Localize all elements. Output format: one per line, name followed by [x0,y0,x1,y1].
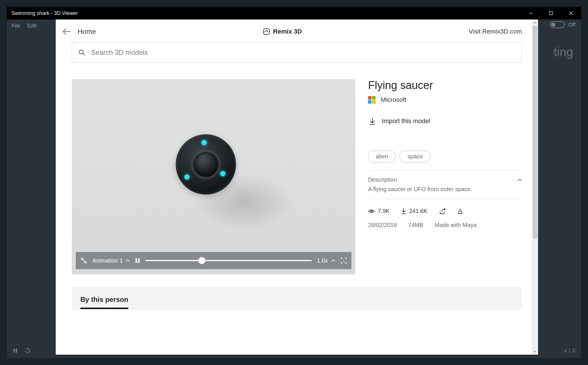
back-button[interactable]: Home [63,28,96,36]
animation-select[interactable]: Animation 1 [92,257,130,264]
toggle-icon [550,21,565,28]
scroll-thumb[interactable] [533,26,537,239]
search-box[interactable] [72,42,522,63]
minimize-button[interactable] [521,7,541,20]
window-controls [521,7,581,20]
views-stat: 7.9K [368,208,390,214]
background-partial-text: ting [554,45,573,59]
brand: Remix 3D [96,28,469,35]
svg-rect-12 [136,258,137,263]
author-name: Microsoft [381,96,406,104]
meta-made-with: Made with Maya [435,222,477,228]
animation-label: Animation 1 [92,257,123,264]
chevron-up-icon [331,259,335,262]
tag-list: alien space [368,151,522,162]
search-icon [78,49,85,56]
svg-line-9 [83,53,85,55]
visit-link[interactable]: Visit Remix3D.com [469,28,522,35]
tag-alien[interactable]: alien [368,151,396,162]
import-label: Import this model [382,117,430,125]
remix3d-panel: Home Remix 3D Visit Remix3D.com [56,20,538,355]
fullscreen-icon[interactable]: ? [341,257,347,264]
svg-rect-1 [550,12,553,15]
animation-bar: Animation 1 1.0x [76,252,351,269]
scroll-track[interactable] [532,26,538,348]
speed-label: x 1.0 [564,348,575,354]
downloads-count: 241.6K [409,208,427,214]
remix3d-logo-icon [263,28,270,35]
scroll-up-icon[interactable] [532,20,538,26]
stats-row: 7.9K 241.6K [368,199,522,218]
scrollbar[interactable] [532,20,538,355]
svg-rect-7 [264,29,269,34]
views-count: 7.9K [378,208,390,214]
animation-slider[interactable] [145,260,312,261]
search-input[interactable] [91,48,515,57]
animation-icon [80,257,87,264]
reload-icon[interactable] [25,348,30,354]
chevron-up-icon [126,259,130,262]
svg-point-8 [79,50,83,54]
toggle-label: Off [568,22,575,28]
description-label: Description [368,176,397,183]
svg-rect-4 [13,349,15,353]
slider-thumb[interactable] [198,257,205,264]
window-title: Swimming shark - 3D Viewer [11,10,521,16]
model-viewer[interactable]: Animation 1 1.0x [72,79,355,274]
tabs-row: By this person [72,287,522,309]
download-icon [369,117,376,125]
tag-space[interactable]: space [400,151,430,162]
brand-label: Remix 3D [273,28,302,35]
description-text: A flying saucer or UFO from outer space. [368,186,522,199]
main-row: Animation 1 1.0x [56,65,538,274]
tab-by-person[interactable]: By this person [80,296,128,309]
svg-rect-13 [138,258,140,263]
pause-icon[interactable] [13,348,18,353]
share-icon[interactable] [439,208,446,214]
app-body: File Edit Off ting x 1.0 H [7,20,581,358]
svg-rect-5 [16,349,17,353]
downloads-stat: 241.6K [401,208,427,214]
titlebar: Swimming shark - 3D Viewer [7,7,581,20]
back-arrow-icon [63,28,71,35]
meta-date: 28/02/2018 [368,222,397,228]
meta-row: 28/02/2018 74MB Made with Maya [368,218,522,232]
search-row [56,41,538,65]
speed-control[interactable]: 1.0x [317,257,335,264]
model-details: Flying saucer Microsoft Import this mode… [368,79,522,274]
scroll-down-icon[interactable] [532,348,538,355]
background-toggle[interactable]: Off [550,21,575,28]
author-row[interactable]: Microsoft [368,96,522,104]
import-button[interactable]: Import this model [368,117,522,125]
model-title: Flying saucer [368,79,522,92]
description-header[interactable]: Description [368,171,522,186]
close-button[interactable] [561,7,581,20]
download-icon [401,208,406,214]
chevron-up-icon [517,178,522,182]
window: Swimming shark - 3D Viewer File Edit Off… [7,7,581,358]
back-label: Home [78,28,96,36]
maximize-button[interactable] [541,7,561,20]
panel-header: Home Remix 3D Visit Remix3D.com [56,20,538,41]
menu-edit[interactable]: Edit [27,23,37,29]
svg-text:?: ? [343,259,344,262]
microsoft-logo-icon [368,96,376,104]
svg-point-17 [371,210,372,212]
speed-label: 1.0x [317,257,328,264]
eye-icon [368,209,375,214]
menu-file[interactable]: File [11,23,20,29]
meta-size: 74MB [408,222,423,228]
model-render [176,134,236,195]
flag-icon[interactable] [457,208,463,214]
pause-icon[interactable] [135,258,140,263]
menubar: File Edit [7,20,41,32]
